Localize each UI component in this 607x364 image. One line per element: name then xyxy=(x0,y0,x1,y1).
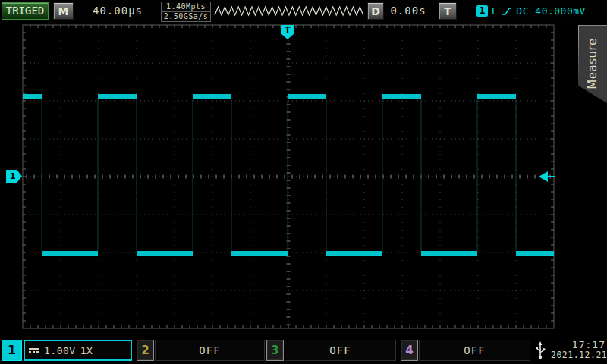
channel1-probe-readout: 1X xyxy=(80,345,93,356)
usb-icon xyxy=(535,341,546,359)
acquisition-info: 1.40Mpts 2.50GSa/s xyxy=(161,2,211,22)
bottom-divider xyxy=(0,362,607,362)
horizontal-menu-button[interactable]: M xyxy=(53,2,74,20)
timebase-readout: 40.00μs xyxy=(76,2,159,20)
top-status-bar: TRIGED M 40.00μs 1.40Mpts 2.50GSa/s D 0.… xyxy=(0,0,607,23)
channel1-settings[interactable]: 1.00V 1X xyxy=(24,340,132,361)
channel3-button[interactable]: 3 xyxy=(266,340,284,361)
channel1-scale-readout: 1.00V xyxy=(44,345,76,356)
channel2-button[interactable]: 2 xyxy=(137,340,154,361)
ch1-trace-high xyxy=(193,94,231,99)
channel4-button[interactable]: 4 xyxy=(401,340,418,361)
channel3-state-label: OFF xyxy=(285,340,395,360)
ch1-trace-low xyxy=(421,251,477,256)
ch1-trace-high xyxy=(382,94,421,99)
channel3-settings[interactable]: OFF xyxy=(285,340,396,361)
ch1-trace-low xyxy=(42,251,98,256)
waveform-display-area: T 1 Measure xyxy=(0,23,607,340)
trigger-status-badge: TRIGED xyxy=(2,2,49,20)
delay-readout: 0.00s xyxy=(384,2,432,20)
ch1-trace-high xyxy=(288,94,326,99)
graticule xyxy=(0,23,607,340)
trigger-info: 1 E DC 40.000mV xyxy=(476,2,586,20)
measure-tab-label: Measure xyxy=(586,26,599,102)
channel4-settings[interactable]: OFF xyxy=(419,340,530,361)
usb-status xyxy=(531,340,549,361)
dc-coupling-icon xyxy=(29,348,39,353)
trigger-menu-button[interactable]: T xyxy=(439,2,457,20)
channel2-state-label: OFF xyxy=(156,340,264,360)
sample-rate-readout: 2.50GSa/s xyxy=(161,11,211,22)
trigger-type-label: E xyxy=(492,5,498,17)
memory-depth-readout: 1.40Mpts xyxy=(161,2,211,12)
channel-status-bar: 1 1.00V 1X 2 OFF 3 OFF 4 OFF xyxy=(0,338,607,364)
ch1-trace-low xyxy=(326,251,382,256)
date-readout: 2021.12.21 xyxy=(551,350,605,360)
channel2-settings[interactable]: OFF xyxy=(155,340,265,361)
channel4-state-label: OFF xyxy=(420,340,530,360)
delay-menu-button[interactable]: D xyxy=(367,2,384,20)
rising-edge-icon xyxy=(502,6,512,17)
preview-zigzag-icon xyxy=(214,2,364,21)
trigger-source-channel-badge: 1 xyxy=(476,5,488,17)
trigger-level-readout: DC 40.000mV xyxy=(516,5,586,17)
ch1-trace-high xyxy=(98,94,137,99)
clock: 17:17 2021.12.21 xyxy=(551,340,605,361)
channel1-button[interactable]: 1 xyxy=(2,340,22,361)
ch1-trace-low xyxy=(516,251,554,256)
ch1-trace-low xyxy=(137,251,193,256)
waveform-preview-strip[interactable] xyxy=(214,2,364,21)
ch1-trace-high xyxy=(23,94,42,99)
ch1-trace-low xyxy=(231,251,288,256)
oscilloscope-screen: TRIGED M 40.00μs 1.40Mpts 2.50GSa/s D 0.… xyxy=(0,0,607,364)
time-readout: 17:17 xyxy=(551,340,605,350)
ch1-trace-high xyxy=(477,94,516,99)
trigger-level-marker[interactable] xyxy=(539,171,555,182)
